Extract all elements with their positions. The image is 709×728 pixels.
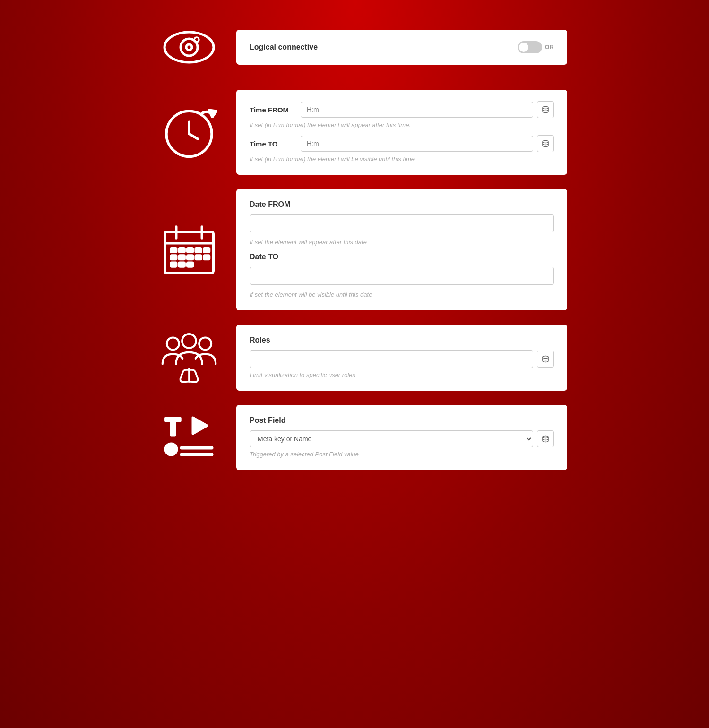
svg-point-29: [182, 334, 196, 348]
svg-rect-25: [179, 263, 184, 266]
svg-rect-26: [188, 263, 193, 266]
time-from-label: Time FROM: [250, 106, 297, 114]
svg-rect-22: [196, 256, 201, 259]
svg-rect-20: [179, 256, 184, 259]
svg-point-2: [186, 44, 192, 50]
svg-rect-15: [179, 248, 184, 252]
time-row: Time FROM If set (in H:m format) the ele…: [142, 90, 567, 175]
svg-point-28: [199, 337, 211, 350]
post-field-select-row: Meta key or Name Post Title Post Type Po…: [250, 430, 554, 447]
eye-icon-col: [142, 19, 236, 76]
date-from-input[interactable]: [250, 214, 554, 232]
svg-rect-17: [196, 248, 201, 252]
logical-connective-row: Logical connective OR: [142, 19, 567, 76]
date-row: Date FROM If set the element will appear…: [142, 189, 567, 310]
svg-rect-16: [188, 248, 193, 252]
date-to-title: Date TO: [250, 253, 554, 261]
date-from-title: Date FROM: [250, 200, 554, 209]
toggle-or-label: OR: [545, 44, 554, 51]
date-from-hint: If set the element will appear after thi…: [250, 238, 554, 247]
time-to-label: Time TO: [250, 140, 297, 148]
roles-input[interactable]: [250, 350, 533, 368]
toggle-slider[interactable]: [518, 41, 542, 53]
roles-icon-col: [142, 329, 236, 386]
time-from-db-button[interactable]: [537, 101, 554, 118]
svg-marker-7: [209, 110, 216, 117]
logical-connective-label: Logical connective: [250, 43, 318, 51]
date-to-hint: If set the element will be visible until…: [250, 291, 554, 299]
time-from-row: Time FROM: [250, 101, 554, 118]
clock-icon: [161, 104, 217, 161]
post-field-title: Post Field: [250, 416, 554, 425]
svg-point-3: [194, 37, 199, 42]
time-to-row: Time TO: [250, 135, 554, 152]
svg-text:T: T: [165, 413, 181, 440]
clock-icon-col: [142, 104, 236, 161]
post-field-db-button[interactable]: [537, 430, 554, 447]
post-field-card: Post Field Meta key or Name Post Title P…: [236, 405, 567, 470]
calendar-icon-col: [142, 222, 236, 278]
roles-db-button[interactable]: [537, 351, 554, 368]
eye-icon: [161, 19, 217, 76]
time-to-db-button[interactable]: [537, 135, 554, 152]
svg-point-30: [543, 356, 548, 358]
post-field-row: T Post Field Meta key or Name Post Title…: [142, 405, 567, 470]
toggle-container: OR: [518, 41, 554, 53]
roles-title: Roles: [250, 336, 554, 344]
post-field-icon-col: T: [142, 409, 236, 466]
time-from-hint: If set (in H:m format) the element will …: [250, 121, 554, 129]
roles-input-row: [250, 350, 554, 368]
time-card: Time FROM If set (in H:m format) the ele…: [236, 90, 567, 175]
svg-rect-23: [204, 256, 209, 259]
svg-point-9: [543, 141, 548, 143]
post-field-icon: T: [161, 409, 217, 466]
svg-rect-19: [171, 256, 176, 259]
calendar-icon: [161, 222, 217, 278]
roles-hint: Limit visualization to specific user rol…: [250, 371, 554, 379]
date-to-input[interactable]: [250, 267, 554, 285]
svg-marker-32: [193, 418, 207, 434]
svg-point-8: [543, 107, 548, 109]
time-to-hint: If set (in H:m format) the element will …: [250, 155, 554, 163]
logical-connective-card: Logical connective OR: [236, 30, 567, 65]
svg-point-33: [165, 444, 177, 455]
svg-rect-24: [171, 263, 176, 266]
roles-card: Roles Limit visualization to specific us…: [236, 325, 567, 391]
logical-toggle[interactable]: [518, 41, 542, 53]
date-card: Date FROM If set the element will appear…: [236, 189, 567, 310]
time-from-input[interactable]: [301, 102, 533, 118]
svg-point-27: [167, 337, 179, 350]
post-field-hint: Triggered by a selected Post Field value: [250, 450, 554, 459]
svg-point-0: [164, 32, 214, 62]
svg-rect-18: [204, 248, 209, 252]
time-to-input[interactable]: [301, 136, 533, 152]
svg-rect-14: [171, 248, 176, 252]
roles-row: Roles Limit visualization to specific us…: [142, 325, 567, 391]
svg-point-36: [543, 436, 548, 438]
svg-rect-21: [188, 256, 193, 259]
roles-icon: [161, 329, 217, 386]
svg-line-6: [189, 134, 198, 139]
post-field-select[interactable]: Meta key or Name Post Title Post Type Po…: [250, 430, 533, 447]
